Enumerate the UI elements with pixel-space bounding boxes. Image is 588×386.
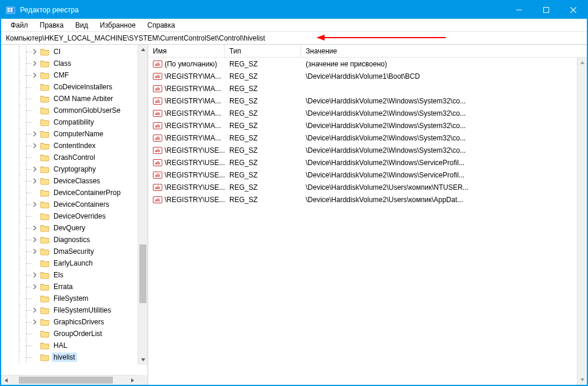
tree-item-label: CMF (52, 71, 71, 80)
list-row[interactable]: ab\REGISTRY\MA...REG_SZ (148, 82, 587, 95)
tree-item[interactable]: DevQuery (1, 222, 148, 234)
scroll-up-icon[interactable] (138, 45, 148, 55)
reg-string-icon: ab (153, 96, 162, 106)
tree-item[interactable]: Compatibility (1, 116, 148, 128)
column-header-value[interactable]: Значение (301, 45, 587, 57)
list-row[interactable]: ab\REGISTRY\USE...REG_SZ\Device\Harddisk… (148, 144, 587, 156)
tree-item[interactable]: Class (1, 58, 148, 69)
folder-icon (40, 142, 49, 150)
list-row[interactable]: ab(По умолчанию)REG_SZ(значение не присв… (148, 58, 587, 70)
folder-icon (40, 118, 49, 126)
close-button[interactable] (560, 1, 587, 19)
list-row[interactable]: ab\REGISTRY\MA...REG_SZ\Device\HarddiskV… (148, 119, 587, 132)
tree-item[interactable]: GraphicsDrivers (1, 316, 148, 328)
reg-string-icon: ab (153, 72, 162, 81)
scrollbar-thumb[interactable] (19, 377, 113, 384)
tree-item[interactable]: Cryptography (1, 163, 148, 175)
chevron-right-icon[interactable] (31, 142, 39, 150)
chevron-right-icon[interactable] (31, 165, 39, 173)
column-header-type[interactable]: Тип (225, 45, 301, 57)
tree-item[interactable]: HAL (1, 340, 148, 351)
chevron-right-icon[interactable] (31, 236, 39, 244)
tree-item[interactable]: CrashControl (1, 152, 148, 163)
tree-item[interactable]: Errata (1, 281, 148, 293)
address-input[interactable] (5, 33, 587, 43)
chevron-right-icon[interactable] (31, 200, 39, 209)
scroll-right-icon[interactable] (128, 375, 138, 385)
list-row[interactable]: ab\REGISTRY\MA...REG_SZ\Device\HarddiskV… (148, 70, 587, 82)
tree-item[interactable]: Diagnostics (1, 234, 148, 246)
scrollbar-thumb[interactable] (139, 244, 146, 303)
tree-item[interactable]: ComputerName (1, 128, 148, 140)
chevron-right-icon[interactable] (31, 318, 39, 326)
tree-item[interactable]: CoDeviceInstallers (1, 81, 148, 93)
value-type: REG_SZ (225, 122, 301, 130)
tree-item[interactable]: DeviceClasses (1, 175, 148, 187)
chevron-right-icon[interactable] (31, 177, 39, 185)
chevron-right-icon[interactable] (31, 48, 39, 56)
tree-item[interactable]: ContentIndex (1, 140, 148, 152)
chevron-right-icon[interactable] (31, 271, 39, 279)
tree-item[interactable]: FileSystem (1, 293, 148, 304)
folder-icon (40, 189, 49, 197)
column-header-name[interactable]: Имя (148, 45, 225, 57)
minimize-button[interactable] (506, 1, 533, 19)
tree-item[interactable]: DeviceContainers (1, 199, 148, 210)
scroll-down-icon[interactable] (138, 355, 148, 365)
tree-item[interactable]: DeviceOverrides (1, 210, 148, 222)
tree-item[interactable]: COM Name Arbiter (1, 93, 148, 105)
list-row[interactable]: ab\REGISTRY\USE...REG_SZ\Device\Harddisk… (148, 169, 587, 181)
list-row[interactable]: ab\REGISTRY\USE...REG_SZ\Device\Harddisk… (148, 193, 587, 206)
tree-item[interactable]: hivelist (1, 351, 148, 363)
chevron-right-icon[interactable] (31, 71, 39, 79)
svg-text:ab: ab (155, 86, 161, 92)
folder-icon (40, 165, 49, 173)
svg-rect-4 (11, 11, 13, 12)
tree-item[interactable]: DeviceContainerProp (1, 187, 148, 199)
tree-item[interactable]: CI (1, 46, 148, 58)
list-row[interactable]: ab\REGISTRY\MA...REG_SZ\Device\HarddiskV… (148, 95, 587, 107)
tree-item[interactable]: DmaSecurity (1, 246, 148, 257)
folder-icon (40, 83, 49, 91)
scroll-up-icon[interactable] (577, 58, 587, 68)
chevron-right-icon[interactable] (31, 306, 39, 314)
list-header: Имя Тип Значение (148, 45, 587, 58)
tree-item[interactable]: EarlyLaunch (1, 257, 148, 269)
chevron-right-icon[interactable] (31, 59, 39, 68)
value-type: REG_SZ (225, 146, 301, 155)
tree-item-label: FileSystemUtilities (52, 306, 113, 315)
menubar: Файл Правка Вид Избранное Справка (1, 19, 587, 32)
folder-icon (40, 153, 49, 162)
tree-item[interactable]: CommonGlobUserSe (1, 105, 148, 116)
list-row[interactable]: ab\REGISTRY\MA...REG_SZ\Device\HarddiskV… (148, 107, 587, 119)
tree-item-label: Class (52, 59, 73, 68)
menu-help[interactable]: Справка (142, 20, 181, 31)
chevron-right-icon[interactable] (31, 224, 39, 232)
menu-favorites[interactable]: Избранное (94, 20, 142, 31)
scroll-down-icon[interactable] (577, 375, 587, 385)
tree-item[interactable]: FileSystemUtilities (1, 304, 148, 316)
list-vertical-scrollbar[interactable] (577, 58, 587, 385)
list-row[interactable]: ab\REGISTRY\USE...REG_SZ\Device\Harddisk… (148, 156, 587, 169)
folder-icon (40, 236, 49, 244)
menu-edit[interactable]: Правка (34, 20, 70, 31)
maximize-button[interactable] (533, 1, 560, 19)
list-row[interactable]: ab\REGISTRY\MA...REG_SZ\Device\HarddiskV… (148, 132, 587, 144)
tree-horizontal-scrollbar[interactable] (1, 375, 138, 385)
tree-item[interactable]: Els (1, 269, 148, 281)
scroll-left-icon[interactable] (1, 375, 11, 385)
tree-panel: CIClassCMFCoDeviceInstallersCOM Name Arb… (1, 45, 148, 385)
chevron-right-icon[interactable] (31, 247, 39, 256)
value-type: REG_SZ (225, 196, 301, 204)
menu-file[interactable]: Файл (5, 20, 34, 31)
tree-item-label: CrashControl (52, 153, 97, 162)
chevron-right-icon[interactable] (31, 130, 39, 138)
tree-vertical-scrollbar[interactable] (138, 45, 148, 365)
chevron-right-icon[interactable] (31, 283, 39, 291)
tree-item-label: DevQuery (52, 223, 87, 233)
menu-view[interactable]: Вид (69, 20, 94, 31)
tree-item[interactable]: GroupOrderList (1, 328, 148, 340)
tree-item-label: COM Name Arbiter (52, 94, 115, 103)
tree-item[interactable]: CMF (1, 69, 148, 81)
list-row[interactable]: ab\REGISTRY\USE...REG_SZ\Device\Harddisk… (148, 181, 587, 193)
